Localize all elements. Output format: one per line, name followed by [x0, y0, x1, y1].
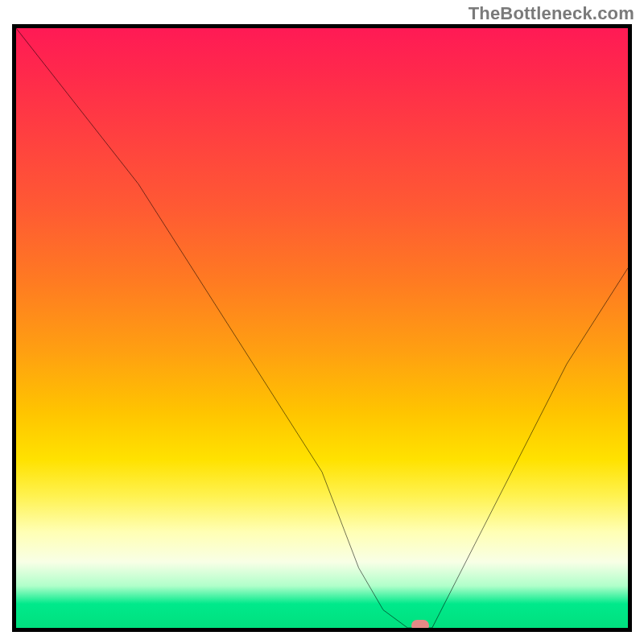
bottleneck-curve: [16, 28, 628, 628]
attribution-text: TheBottleneck.com: [469, 3, 634, 24]
chart-frame: TheBottleneck.com: [0, 0, 644, 644]
optimal-marker: [411, 620, 429, 631]
plot-area: [12, 24, 632, 632]
